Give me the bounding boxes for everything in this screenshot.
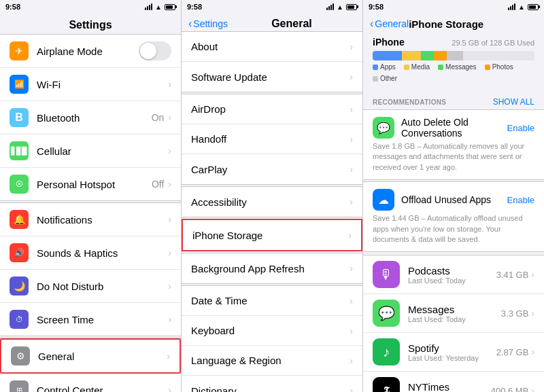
recommendations-label: RECOMMENDATIONS: [373, 99, 446, 106]
status-bar-2: 9:58 ▲: [182, 0, 363, 14]
screentime-label: Screen Time: [37, 314, 168, 325]
storage-bar: [373, 51, 534, 60]
general-item-carplay[interactable]: CarPlay ›: [182, 154, 362, 184]
carplay-label: CarPlay: [191, 164, 350, 175]
airplane-toggle[interactable]: [139, 41, 171, 60]
storage-back-button[interactable]: ‹ General: [370, 18, 409, 30]
general-item-software[interactable]: Software Update ›: [182, 62, 362, 92]
settings-panel: Settings ✈ Airplane Mode 📶 Wi-Fi › B Blu…: [0, 14, 182, 392]
settings-item-bluetooth[interactable]: B Bluetooth On ›: [0, 101, 181, 135]
keyboard-label: Keyboard: [191, 325, 350, 336]
rec-auto-delete-title: Auto Delete Old Conversations: [401, 117, 507, 139]
bgrefresh-label: Background App Refresh: [191, 263, 350, 274]
spotify-size: 2.87 GB: [496, 347, 529, 357]
panels: Settings ✈ Airplane Mode 📶 Wi-Fi › B Blu…: [0, 14, 544, 392]
carplay-chevron: ›: [350, 164, 353, 175]
legend-apps-label: Apps: [380, 63, 396, 71]
status-bar-1: 9:58 ▲: [0, 0, 182, 14]
legend-media-label: Media: [411, 63, 430, 71]
airplane-label: Airplane Mode: [37, 46, 139, 57]
hotspot-icon: ⦿: [10, 175, 29, 194]
cellular-chevron: ›: [168, 145, 171, 156]
app-item-messages[interactable]: 💬 Messages Last Used: Today 3.3 GB ›: [363, 294, 544, 333]
legend-media: Media: [404, 63, 430, 71]
general-item-accessibility[interactable]: Accessibility ›: [182, 187, 362, 217]
general-back-label: Settings: [193, 18, 228, 29]
general-item-iphone-storage[interactable]: iPhone Storage ›: [183, 220, 361, 250]
settings-item-hotspot[interactable]: ⦿ Personal Hotspot Off ›: [0, 168, 181, 200]
app-item-spotify[interactable]: ♪ Spotify Last Used: Yesterday 2.87 GB ›: [363, 333, 544, 372]
settings-item-cellular[interactable]: ▋▊▉ Cellular ›: [0, 135, 181, 168]
wifi-chevron: ›: [168, 79, 171, 90]
rec-offload-desc: Save 1.44 GB – Automatically offload unu…: [373, 213, 534, 245]
rec-offload-title: Offload Unused Apps: [401, 194, 507, 205]
settings-item-controlcenter[interactable]: ⊞ Control Center ›: [0, 374, 181, 392]
donotdisturb-label: Do Not Disturb: [37, 281, 168, 292]
rec-auto-delete[interactable]: 💬 Auto Delete Old Conversations Enable S…: [363, 109, 544, 180]
app-item-nytimes[interactable]: 𝕿 NYTimes Last Used: 4/30/19 400.6 MB ›: [363, 372, 544, 392]
donotdisturb-icon: 🌙: [10, 277, 29, 296]
about-chevron: ›: [350, 41, 353, 52]
podcasts-info: Podcasts Last Used: Today: [408, 265, 496, 285]
bgrefresh-chevron: ›: [350, 263, 353, 274]
general-item-keyboard[interactable]: Keyboard ›: [182, 316, 362, 346]
general-item-about[interactable]: About ›: [182, 32, 362, 62]
settings-item-notifications[interactable]: 🔔 Notifications ›: [0, 203, 181, 236]
app-list: 🎙 Podcasts Last Used: Today 3.41 GB › 💬 …: [363, 255, 544, 392]
cellular-label: Cellular: [37, 145, 168, 157]
spotify-chevron: ›: [531, 346, 534, 357]
storage-photos-segment: [434, 51, 447, 60]
general-back-button[interactable]: ‹ Settings: [188, 18, 228, 30]
settings-item-wifi[interactable]: 📶 Wi-Fi ›: [0, 68, 181, 101]
general-group-1: About › Software Update ›: [182, 31, 362, 92]
settings-group-2: 🔔 Notifications › 🔊 Sounds & Haptics › 🌙…: [0, 202, 181, 336]
keyboard-chevron: ›: [350, 325, 353, 336]
rec-offload-action[interactable]: Enable: [507, 195, 534, 205]
settings-item-sounds[interactable]: 🔊 Sounds & Haptics ›: [0, 236, 181, 270]
storage-back-chevron: ‹: [370, 18, 373, 30]
screentime-chevron: ›: [168, 314, 171, 325]
storage-other-segment: [447, 51, 463, 60]
show-all-button[interactable]: SHOW ALL: [493, 97, 534, 107]
status-bars: 9:58 ▲ 9:58 ▲ 9:58: [0, 0, 544, 14]
rec-offload[interactable]: ☁ Offload Unused Apps Enable Save 1.44 G…: [363, 181, 544, 252]
storage-info: iPhone 29.5 GB of 128 GB Used Apps Media: [363, 31, 544, 92]
time-1: 9:58: [5, 3, 20, 11]
handoff-label: Handoff: [191, 133, 350, 145]
general-item-bgrefresh[interactable]: Background App Refresh ›: [182, 253, 362, 283]
back-chevron-icon: ‹: [188, 18, 192, 30]
settings-item-donotdisturb[interactable]: 🌙 Do Not Disturb ›: [0, 270, 181, 303]
wifi-icon-1: ▲: [155, 3, 162, 11]
legend-media-dot: [404, 65, 409, 70]
general-item-airdrop[interactable]: AirDrop ›: [182, 94, 362, 124]
app-item-podcasts[interactable]: 🎙 Podcasts Last Used: Today 3.41 GB ›: [363, 255, 544, 294]
settings-item-airplane[interactable]: ✈ Airplane Mode: [0, 35, 181, 68]
handoff-chevron: ›: [350, 134, 353, 145]
sounds-chevron: ›: [168, 247, 171, 258]
about-label: About: [191, 41, 350, 52]
podcasts-chevron: ›: [531, 269, 534, 280]
storage-used-text: 29.5 GB of 128 GB Used: [452, 39, 534, 47]
rec-auto-delete-action[interactable]: Enable: [507, 123, 534, 133]
battery-icon-3: [528, 4, 539, 10]
general-item-dictionary[interactable]: Dictionary ›: [182, 376, 362, 392]
accessibility-label: Accessibility: [191, 196, 350, 208]
legend-other: Other: [373, 75, 397, 82]
messages-icon: 💬: [373, 300, 400, 327]
general-item-datetime[interactable]: Date & Time ›: [182, 286, 362, 316]
screentime-icon: ⏱: [10, 310, 29, 329]
general-title: General: [228, 18, 356, 30]
settings-item-general[interactable]: ⚙ General ›: [0, 338, 181, 374]
wifi-icon-2: ▲: [337, 3, 343, 11]
general-group-4: iPhone Storage ›: [182, 219, 362, 251]
storage-device-name: iPhone: [373, 37, 405, 48]
general-item-handoff[interactable]: Handoff ›: [182, 124, 362, 154]
settings-item-screentime[interactable]: ⏱ Screen Time ›: [0, 303, 181, 336]
general-item-language[interactable]: Language & Region ›: [182, 346, 362, 376]
legend-apps-dot: [373, 65, 378, 70]
spotify-name: Spotify: [408, 342, 496, 354]
cellular-icon: ▋▊▉: [10, 141, 29, 160]
general-icon: ⚙: [11, 346, 30, 366]
dictionary-chevron: ›: [350, 385, 353, 392]
legend-messages-dot: [438, 65, 443, 70]
